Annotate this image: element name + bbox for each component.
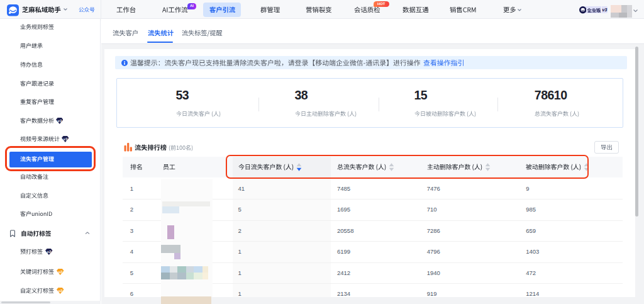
svg-text:v3: v3 bbox=[57, 118, 62, 122]
svg-text:v3: v3 bbox=[63, 137, 67, 141]
svg-text:v2: v2 bbox=[58, 289, 63, 293]
svg-text:v2: v2 bbox=[58, 270, 63, 274]
svg-text:v2: v2 bbox=[47, 250, 52, 254]
